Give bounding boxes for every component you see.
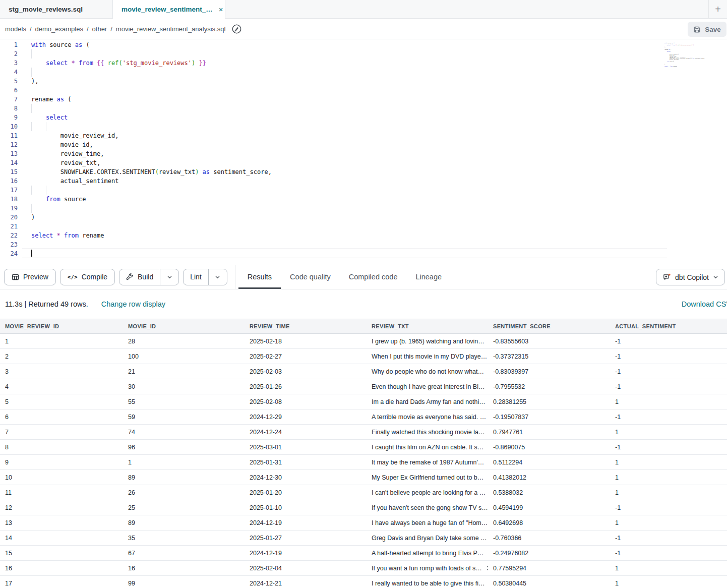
table-cell[interactable]: 67 [123,546,245,561]
table-cell[interactable]: -0.8690075 [488,440,610,455]
table-cell[interactable]: 30 [123,379,245,394]
table-cell[interactable]: -1 [610,500,727,515]
table-cell[interactable]: 2025-02-03 [245,364,367,379]
table-cell[interactable]: 14 [0,531,123,546]
copilot-icon[interactable] [231,24,242,34]
file-tab-movie-review-sentiment[interactable]: movie_review_sentiment_… × [112,0,225,19]
table-cell[interactable]: 7 [0,425,123,440]
table-cell[interactable]: 2025-02-08 [245,394,367,409]
table-cell[interactable]: 0.77595294 [488,561,610,576]
table-cell[interactable]: -1 [610,409,727,425]
table-cell[interactable]: -1 [610,349,727,364]
table-cell[interactable]: 9 [0,455,123,470]
table-cell[interactable]: 11 [0,485,123,500]
table-row[interactable]: 11262025-01-20I can't believe people are… [0,485,727,500]
table-cell[interactable]: -1 [610,531,727,546]
table-cell[interactable]: 13 [0,515,123,531]
build-button[interactable]: Build [119,269,160,285]
table-cell[interactable]: Why do people who do not know what… [367,364,488,379]
table-cell[interactable]: Finally watched this shocking movie la… [367,425,488,440]
change-row-display-link[interactable]: Change row display [101,300,165,308]
table-cell[interactable]: 2025-01-20 [245,485,367,500]
table-cell[interactable]: If you want a fun romp with loads of s… [367,561,488,576]
table-cell[interactable]: 0.7947761 [488,425,610,440]
table-cell[interactable]: 16 [123,561,245,576]
table-row[interactable]: 13892024-12-19I have always been a huge … [0,515,727,531]
column-header-sentiment-score[interactable]: SENTIMENT_SCORE [488,319,610,334]
table-cell[interactable]: It may be the remake of 1987 Autumn'… [367,455,488,470]
table-cell[interactable]: Greg Davis and Bryan Daly take some … [367,531,488,546]
table-row[interactable]: 7742024-12-24Finally watched this shocki… [0,425,727,440]
table-cell[interactable]: 1 [0,334,123,349]
table-cell[interactable]: 2025-01-26 [245,379,367,394]
table-cell[interactable]: 3 [0,364,123,379]
table-cell[interactable]: I can't believe people are looking for a… [367,485,488,500]
table-cell[interactable]: 0.4594199 [488,500,610,515]
table-cell[interactable]: -0.7955532 [488,379,610,394]
tab-compiled-code[interactable]: Compiled code [340,265,407,289]
table-cell[interactable]: 2024-12-29 [245,409,367,425]
table-row[interactable]: 4302025-01-26Even though I have great in… [0,379,727,394]
table-cell[interactable]: 21 [123,364,245,379]
expand-cell-button[interactable] [487,444,488,450]
table-cell[interactable]: 89 [123,515,245,531]
breadcrumb-item[interactable]: other [92,25,107,33]
table-cell[interactable]: 0.28381255 [488,394,610,409]
table-cell[interactable]: If you haven't seen the gong show TV s… [367,500,488,515]
table-cell[interactable]: 5 [0,394,123,409]
expand-cell-button[interactable] [487,550,488,556]
table-row[interactable]: 912025-01-31It may be the remake of 1987… [0,455,727,470]
table-cell[interactable]: 0.6492698 [488,515,610,531]
table-cell[interactable]: 96 [123,440,245,455]
tab-results[interactable]: Results [238,265,281,289]
table-cell[interactable]: 99 [123,576,245,588]
close-icon[interactable]: × [219,6,223,13]
table-cell[interactable]: I caught this film on AZN on cable. It s… [367,440,488,455]
table-cell[interactable]: 0.5388032 [488,485,610,500]
table-cell[interactable]: -1 [610,379,727,394]
table-cell[interactable]: A terrible movie as everyone has said. … [367,409,488,425]
expand-cell-button[interactable] [486,565,488,571]
table-cell[interactable]: 0.5112294 [488,455,610,470]
table-cell[interactable]: 0.50380445 [488,576,610,588]
tab-code-quality[interactable]: Code quality [281,265,340,289]
breadcrumb-item[interactable]: movie_review_sentiment_analysis.sql [116,25,226,33]
table-cell[interactable]: 2025-02-04 [245,561,367,576]
table-cell[interactable]: 0.41382012 [488,470,610,485]
table-cell[interactable]: 6 [0,409,123,425]
table-cell[interactable]: -0.760366 [488,531,610,546]
table-cell[interactable]: -0.19507837 [488,409,610,425]
table-cell[interactable]: 15 [0,546,123,561]
table-row[interactable]: 12252025-01-10If you haven't seen the go… [0,500,727,515]
table-row[interactable]: 16162025-02-04If you want a fun romp wit… [0,561,727,576]
table-cell[interactable]: 10 [0,470,123,485]
compile-button[interactable]: </> Compile [60,269,115,285]
save-button[interactable]: Save [688,22,726,37]
column-header-movie-id[interactable]: MOVIE_ID [123,319,245,334]
column-header-review-txt[interactable]: REVIEW_TXT [367,319,488,334]
table-cell[interactable]: 4 [0,379,123,394]
table-cell[interactable]: 26 [123,485,245,500]
breadcrumb-item[interactable]: demo_examples [35,25,83,33]
table-cell[interactable]: 2024-12-24 [245,425,367,440]
table-cell[interactable]: 2024-12-19 [245,546,367,561]
dbt-copilot-button[interactable]: dbt Copilot [656,269,725,285]
table-cell[interactable]: -1 [610,440,727,455]
table-cell[interactable]: I grew up (b. 1965) watching and lovin… [367,334,488,349]
download-csv-link[interactable]: Download CSV [682,300,727,308]
table-cell[interactable]: 100 [123,349,245,364]
table-cell[interactable]: 1 [610,576,727,588]
table-cell[interactable]: 16 [0,561,123,576]
table-cell[interactable]: 2025-02-27 [245,349,367,364]
table-cell[interactable]: 12 [0,500,123,515]
preview-button[interactable]: Preview [4,269,56,285]
new-tab-button[interactable]: + [708,0,727,18]
table-cell[interactable]: -0.37372315 [488,349,610,364]
table-cell[interactable]: 1 [610,485,727,500]
sql-code-editor[interactable]: 1with source as (23 select * from {{ ref… [0,39,727,265]
table-cell[interactable]: 2025-01-10 [245,500,367,515]
table-row[interactable]: 6592024-12-29A terrible movie as everyon… [0,409,727,425]
table-cell[interactable]: 2024-12-30 [245,470,367,485]
table-row[interactable]: 10892024-12-30My Super Ex Girlfriend tur… [0,470,727,485]
table-cell[interactable]: 1 [610,561,727,576]
